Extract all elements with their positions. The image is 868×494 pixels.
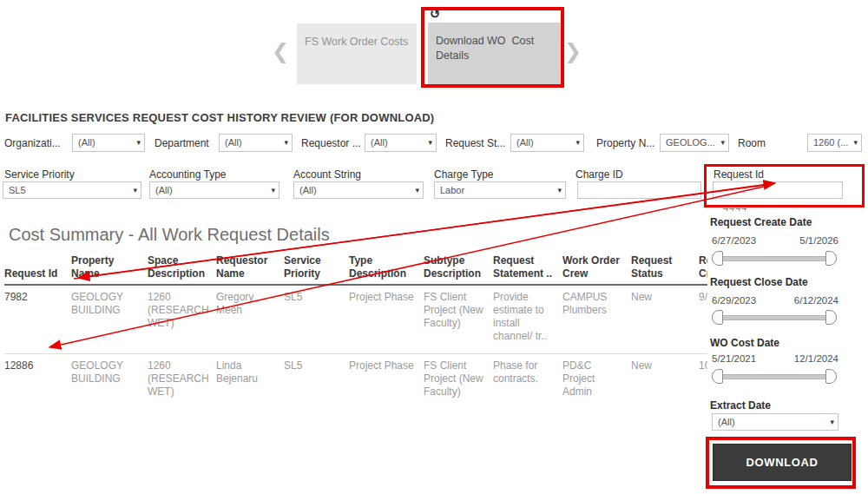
col-request-status: RequestStatus: [631, 254, 699, 285]
filter-select-request-status[interactable]: (All)▾: [510, 134, 584, 152]
slider-track: [713, 315, 835, 320]
work-request-table: Request Id PropertyName SpaceDescription…: [4, 254, 707, 406]
filter-value: GEOLOG...: [666, 137, 715, 148]
slider-dates: 6/29/2023 6/12/2024: [712, 295, 838, 306]
slider-end-date: 5/1/2026: [799, 235, 838, 246]
filter-label-extract-date: Extract Date: [710, 399, 771, 412]
dashboard-page: ❮ ↺ FS Work Order Costs Download WO Cost…: [0, 0, 868, 494]
request-close-date-slider[interactable]: [712, 310, 837, 324]
filter-label-account-string: Account String: [293, 168, 361, 181]
filter-select-account-string[interactable]: (All)▾: [293, 181, 424, 199]
filter-select-extract-date[interactable]: (All)▾: [712, 413, 838, 431]
request-id-partial-list-value: 4444: [723, 208, 761, 215]
request-id-input[interactable]: [713, 181, 843, 199]
col-subtype-description: SubtypeDescription: [424, 254, 493, 285]
tab-download-wo-cost-details[interactable]: Download WO Cost Details: [428, 23, 561, 87]
filter-label-department: Department: [155, 137, 209, 149]
filter-select-requestor[interactable]: (All)▾: [365, 134, 437, 152]
cell-work-order-crew: PD&C Project Admin: [562, 354, 631, 407]
cell-request-statement: Provide estimate to install channel/ tr.…: [493, 285, 562, 354]
slider-end-date: 6/12/2024: [794, 295, 838, 306]
download-button[interactable]: DOWNLOAD: [713, 444, 852, 481]
wo-cost-date-slider[interactable]: [712, 369, 837, 383]
filter-select-property-name[interactable]: GEOLOG...▾: [660, 134, 729, 152]
caret-down-icon: ▾: [575, 138, 580, 147]
slider-handle-left[interactable]: [712, 369, 723, 384]
filter-value: (All): [78, 137, 95, 148]
slider-handle-left[interactable]: [712, 251, 723, 266]
cell-request-created: 10: [699, 354, 707, 407]
caret-down-icon: ▾: [284, 138, 288, 147]
page-title: FACILITIES SERVICES REQUEST COST HISTORY…: [5, 111, 434, 124]
slider-start-date: 5/21/2021: [712, 353, 756, 364]
slider-dates: 5/21/2021 12/1/2024: [712, 353, 838, 364]
tab-fs-work-order-costs[interactable]: FS Work Order Costs: [297, 23, 417, 84]
cell-service-priority: SL5: [284, 285, 349, 354]
col-service-priority: ServicePriority: [284, 254, 349, 285]
col-space-description: SpaceDescription: [148, 254, 216, 285]
filter-select-accounting-type[interactable]: (All)▾: [149, 181, 279, 199]
filter-value: (All): [299, 185, 317, 195]
cell-request-status: New: [631, 285, 699, 354]
slider-label-request-close-date: Request Close Date: [710, 276, 808, 288]
cell-property-name: GEOLOGY BUILDING: [71, 354, 148, 407]
filter-value: 1260 (...: [813, 137, 848, 148]
filter-select-department[interactable]: (All)▾: [219, 134, 293, 152]
filter-label-service-priority: Service Priority: [4, 168, 75, 181]
cell-request-id: 12886: [4, 354, 71, 407]
cell-request-status: New: [631, 354, 699, 407]
slider-dates: 6/27/2023 5/1/2026: [712, 235, 838, 246]
caret-down-icon: ▾: [853, 138, 858, 147]
cell-request-id: 7982: [4, 285, 71, 354]
filter-value: (All): [371, 137, 388, 148]
filter-value: (All): [225, 137, 242, 148]
cell-space-description: 1260 (RESEARCH WET): [148, 354, 216, 407]
chevron-right-icon[interactable]: ❯: [564, 41, 582, 62]
filter-label-property-name: Property N...: [596, 137, 654, 149]
table-row: 7982 GEOLOGY BUILDING 1260 (RESEARCH WET…: [4, 285, 707, 354]
table-header-row: Request Id PropertyName SpaceDescription…: [4, 254, 707, 285]
col-property-name: PropertyName: [71, 254, 148, 285]
chevron-left-icon[interactable]: ❮: [272, 41, 289, 62]
charge-id-input[interactable]: [577, 181, 701, 199]
slider-track: [713, 256, 835, 261]
col-type-description: TypeDescription: [349, 254, 424, 285]
cell-subtype-description: FS Client Project (New Faculty): [424, 285, 493, 354]
table-row: 12886 GEOLOGY BUILDING 1260 (RESEARCH WE…: [4, 354, 707, 407]
cell-requestor-name: Linda Bejenaru: [216, 354, 284, 407]
filter-value: (All): [516, 137, 534, 148]
filter-label-request-status: Request St...: [445, 137, 505, 149]
filter-select-charge-type[interactable]: Labor▾: [434, 181, 566, 199]
caret-down-icon: ▾: [720, 138, 725, 147]
tab-label: FS Work Order Costs: [305, 36, 408, 48]
refresh-icon[interactable]: ↺: [430, 6, 441, 22]
caret-down-icon: ▾: [133, 186, 137, 194]
cell-space-description: 1260 (RESEARCH WET): [148, 285, 216, 354]
filter-value: SL5: [9, 185, 26, 195]
caret-down-icon: ▾: [271, 186, 275, 194]
filter-select-room[interactable]: 1260 (...▾: [807, 134, 862, 152]
filter-select-organization[interactable]: (All)▾: [72, 134, 145, 152]
slider-label-request-create-date: Request Create Date: [710, 216, 812, 228]
col-request-created-clipped: ReCr: [699, 254, 707, 285]
slider-handle-right[interactable]: [825, 251, 837, 266]
caret-down-icon: ▾: [428, 138, 432, 147]
slider-end-date: 12/1/2024: [794, 353, 838, 364]
slider-label-wo-cost-date: WO Cost Date: [710, 337, 779, 349]
caret-down-icon: ▾: [830, 418, 834, 426]
caret-down-icon: ▾: [557, 186, 562, 194]
filter-label-room: Room: [738, 137, 766, 149]
slider-handle-right[interactable]: [825, 369, 837, 384]
request-create-date-slider[interactable]: [712, 251, 837, 265]
filter-label-organization: Organizati...: [4, 137, 61, 149]
filter-select-service-priority[interactable]: SL5▾: [3, 181, 141, 199]
slider-handle-left[interactable]: [712, 310, 723, 325]
filter-label-charge-type: Charge Type: [434, 168, 494, 181]
filter-label-requestor: Requestor ...: [301, 137, 361, 149]
cell-property-name: GEOLOGY BUILDING: [71, 285, 148, 354]
col-request-statement: RequestStatement ..: [493, 254, 562, 285]
section-title: Cost Summary - All Work Request Details: [9, 225, 330, 245]
filter-label-request-id: Request Id: [713, 168, 764, 181]
slider-handle-right[interactable]: [825, 310, 837, 325]
cell-work-order-crew: CAMPUS Plumbers: [562, 285, 631, 354]
